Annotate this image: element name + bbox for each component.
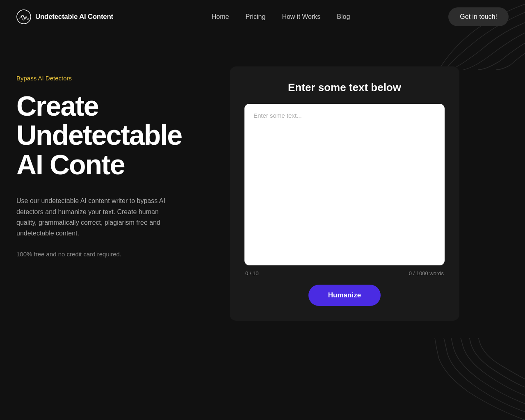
- textarea-wrapper: [244, 104, 445, 265]
- word-count: 0 / 1000 words: [409, 270, 444, 276]
- get-in-touch-button[interactable]: Get in touch!: [448, 7, 509, 26]
- bypass-link[interactable]: Bypass AI Detectors: [16, 75, 72, 82]
- text-card: Enter some text below 0 / 10 0 / 1000 wo…: [230, 66, 459, 321]
- hero-description: Use our undetectable AI content writer t…: [16, 196, 172, 239]
- card-title: Enter some text below: [244, 81, 445, 94]
- word-count-row: 0 / 10 0 / 1000 words: [244, 270, 445, 276]
- logo-link[interactable]: Undetectable AI Content: [16, 9, 113, 24]
- nav-home[interactable]: Home: [212, 13, 229, 20]
- navigation: Undetectable AI Content Home Pricing How…: [0, 0, 525, 34]
- nav-links: Home Pricing How it Works Blog: [212, 13, 350, 21]
- nav-blog[interactable]: Blog: [337, 13, 350, 20]
- text-input[interactable]: [244, 104, 445, 264]
- char-count: 0 / 10: [245, 270, 259, 276]
- hero-free-text: 100% free and no credit card required.: [16, 251, 205, 258]
- hero-title-line2: AI Conte: [16, 149, 125, 180]
- nav-how-it-works[interactable]: How it Works: [282, 13, 320, 20]
- logo-icon: [16, 9, 31, 24]
- hero-title-line1: Create Undetectable: [16, 90, 182, 151]
- hero-left-column: Bypass AI Detectors Create Undetectable …: [16, 66, 205, 258]
- main-content: Bypass AI Detectors Create Undetectable …: [0, 34, 525, 345]
- logo-text: Undetectable AI Content: [35, 13, 113, 21]
- bg-decoration-bottom: [369, 338, 525, 420]
- nav-pricing[interactable]: Pricing: [245, 13, 265, 20]
- hero-title: Create Undetectable AI Conte: [16, 91, 205, 179]
- humanize-button[interactable]: Humanize: [308, 285, 381, 306]
